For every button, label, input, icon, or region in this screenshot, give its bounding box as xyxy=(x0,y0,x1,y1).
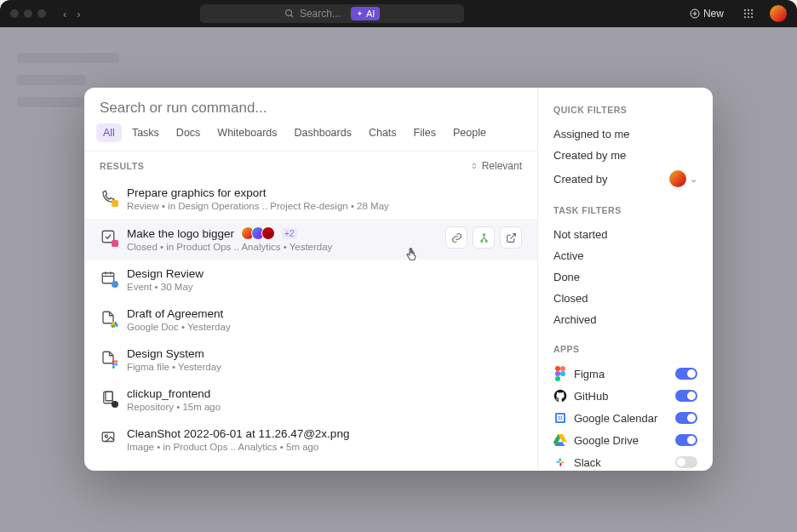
filter-active[interactable]: Active xyxy=(553,245,697,266)
filter-tabs: All Tasks Docs Whiteboards Dashboards Ch… xyxy=(84,123,537,152)
result-event[interactable]: Design Review Event • 30 May xyxy=(84,260,537,300)
filter-archived[interactable]: Archived xyxy=(553,309,697,330)
svg-point-12 xyxy=(748,16,749,18)
svg-point-7 xyxy=(751,9,753,11)
results-heading: RESULTS xyxy=(100,161,144,171)
result-title: CleanShot 2022-06-01 at 11.26.47@2x.png xyxy=(127,427,349,440)
sort-dropdown[interactable]: Relevant xyxy=(470,160,522,172)
apps-heading: APPS xyxy=(553,344,697,354)
tab-chats[interactable]: Chats xyxy=(362,123,404,142)
result-task[interactable]: Make the logo bigger +2 Closed • in Prod… xyxy=(84,219,537,260)
result-image[interactable]: CleanShot 2022-06-01 at 11.26.47@2x.png … xyxy=(84,420,537,460)
result-meta: Image • in Product Ops .. Analytics • 5m… xyxy=(127,442,522,452)
svg-point-32 xyxy=(560,366,565,371)
result-meta: Closed • in Product Ops .. Analytics • Y… xyxy=(127,242,435,252)
result-title: clickup_frontend xyxy=(127,387,210,400)
tab-docs[interactable]: Docs xyxy=(169,123,207,142)
result-doc[interactable]: Draft of Agreement Google Doc • Yesterda… xyxy=(84,300,537,340)
result-repo[interactable]: clickup_frontend Repository • 15m ago xyxy=(84,380,537,420)
svg-point-10 xyxy=(751,13,753,14)
result-title: Design Review xyxy=(127,267,204,280)
chevron-down-icon: ⌄ xyxy=(690,174,697,185)
copy-link-button[interactable] xyxy=(445,226,467,249)
global-search[interactable]: Search... AI xyxy=(200,4,464,23)
new-button[interactable]: New xyxy=(690,8,724,20)
filter-closed[interactable]: Closed xyxy=(553,288,697,309)
close-window[interactable] xyxy=(10,9,19,18)
figma-toggle[interactable] xyxy=(675,368,697,380)
svg-rect-39 xyxy=(556,461,559,463)
svg-text:31: 31 xyxy=(558,415,563,420)
slack-toggle[interactable] xyxy=(675,456,697,468)
svg-point-11 xyxy=(744,16,746,18)
maximize-window[interactable] xyxy=(37,9,46,18)
app-github: GitHub xyxy=(553,385,697,407)
svg-point-5 xyxy=(744,9,746,11)
filter-assigned-to-me[interactable]: Assigned to me xyxy=(553,123,697,145)
svg-point-8 xyxy=(744,13,746,14)
nav-forward-icon[interactable]: › xyxy=(73,6,83,22)
app-figma: Figma xyxy=(553,363,697,385)
results-list: Prepare graphics for export Review • in … xyxy=(84,179,537,471)
svg-rect-28 xyxy=(106,392,112,401)
github-toggle[interactable] xyxy=(675,390,697,402)
filter-created-by[interactable]: Created by ⌄ xyxy=(553,166,697,192)
svg-point-15 xyxy=(483,233,485,235)
tab-whiteboards[interactable]: Whiteboards xyxy=(210,123,284,142)
tab-dashboards[interactable]: Dashboards xyxy=(288,123,358,142)
app-titlebar: ‹ › Search... AI New xyxy=(0,0,797,27)
tab-people[interactable]: People xyxy=(446,123,493,142)
result-meta: Repository • 15m ago xyxy=(127,402,522,412)
svg-rect-27 xyxy=(104,392,113,403)
gcal-toggle[interactable] xyxy=(675,412,697,424)
subtask-button[interactable] xyxy=(473,226,495,249)
svg-point-35 xyxy=(555,376,560,381)
result-actions xyxy=(445,226,522,249)
more-assignees-badge: +2 xyxy=(282,228,296,239)
command-palette: All Tasks Docs Whiteboards Dashboards Ch… xyxy=(84,88,713,471)
svg-rect-40 xyxy=(561,461,565,463)
svg-point-31 xyxy=(555,366,560,371)
result-task[interactable]: Prepare graphics for export Review • in … xyxy=(84,179,537,219)
app-gdrive: Google Drive xyxy=(553,429,697,451)
nav-back-icon[interactable]: ‹ xyxy=(60,6,70,22)
image-icon xyxy=(100,429,117,446)
result-title: Make the logo bigger xyxy=(127,227,234,240)
svg-point-30 xyxy=(105,435,107,438)
result-title: Draft of Agreement xyxy=(127,307,223,320)
tab-files[interactable]: Files xyxy=(407,123,443,142)
google-calendar-icon: 31 xyxy=(553,411,567,425)
nav-arrows: ‹ › xyxy=(60,6,84,22)
user-avatar[interactable] xyxy=(770,5,787,22)
window-controls xyxy=(10,9,46,18)
filter-user-avatar xyxy=(669,170,686,187)
tab-tasks[interactable]: Tasks xyxy=(125,123,166,142)
result-figma[interactable]: Design System Figma file • Yesterday xyxy=(84,340,537,380)
gdrive-badge-icon xyxy=(111,320,119,329)
slack-icon xyxy=(553,455,567,469)
gdrive-toggle[interactable] xyxy=(675,434,697,446)
svg-point-25 xyxy=(115,363,118,365)
open-new-button[interactable] xyxy=(500,226,522,249)
svg-point-13 xyxy=(751,16,753,18)
minimize-window[interactable] xyxy=(24,9,32,18)
apps-grid-icon[interactable] xyxy=(743,8,754,20)
document-icon xyxy=(100,349,117,366)
filter-not-started[interactable]: Not started xyxy=(553,224,697,245)
filter-done[interactable]: Done xyxy=(553,266,697,288)
svg-point-17 xyxy=(485,240,487,242)
document-icon xyxy=(100,309,117,326)
check-task-icon xyxy=(100,228,117,245)
task-filters-heading: TASK FILTERS xyxy=(553,205,697,215)
filter-created-by-me[interactable]: Created by me xyxy=(553,145,697,166)
result-meta: Google Doc • Yesterday xyxy=(127,322,522,332)
svg-point-16 xyxy=(480,240,482,242)
repository-icon xyxy=(100,389,117,406)
ai-badge[interactable]: AI xyxy=(351,7,380,20)
result-meta: Review • in Design Operations .. Project… xyxy=(127,201,522,211)
command-search-input[interactable] xyxy=(100,100,522,117)
svg-rect-41 xyxy=(559,458,561,461)
tab-all[interactable]: All xyxy=(96,123,122,142)
svg-point-33 xyxy=(555,371,560,376)
search-icon xyxy=(284,9,295,19)
